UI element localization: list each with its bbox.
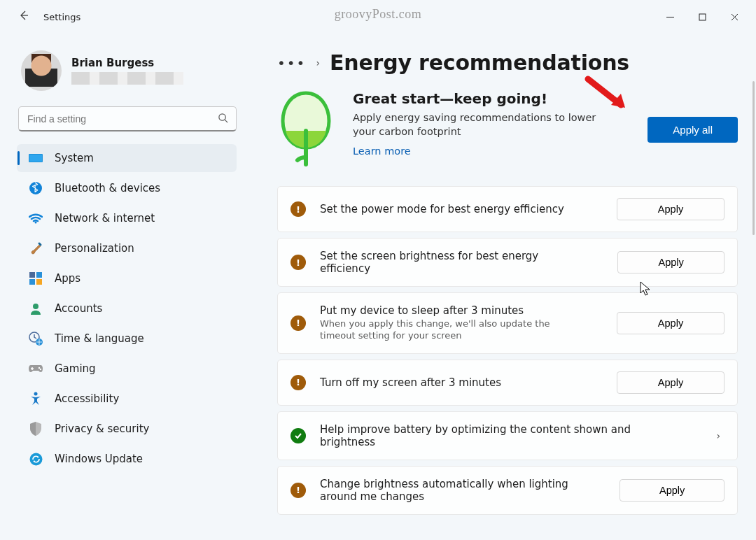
apply-button[interactable]: Apply	[617, 198, 724, 220]
apply-all-button[interactable]: Apply all	[648, 117, 738, 143]
svg-point-16	[29, 453, 42, 465]
sidebar-item-label: Apps	[55, 272, 80, 285]
sidebar-item-label: Accessibility	[55, 392, 119, 405]
sidebar-item-accounts[interactable]: Accounts	[17, 294, 237, 322]
search	[18, 106, 237, 132]
recommendation-title: Set the power mode for best energy effic…	[320, 203, 564, 215]
sidebar: Brian Burgess System Bluetooth & devices…	[0, 34, 252, 540]
chevron-right-icon: ›	[712, 430, 724, 441]
recommendation-card[interactable]: ! Put my device to sleep after 3 minutes…	[277, 292, 738, 354]
recommendation-card[interactable]: ! Set the screen brightness for best ene…	[277, 238, 738, 287]
svg-rect-0	[699, 14, 706, 20]
recommendation-card[interactable]: Help improve battery by optimizing the c…	[277, 411, 738, 460]
apply-button[interactable]: Apply	[620, 479, 724, 502]
profile-email-blur	[71, 72, 183, 85]
sidebar-item-label: System	[55, 152, 94, 164]
sidebar-item-bluetooth[interactable]: Bluetooth & devices	[17, 174, 237, 202]
svg-rect-3	[29, 155, 42, 162]
svg-point-1	[219, 114, 225, 120]
search-icon	[218, 113, 228, 125]
bluetooth-icon	[28, 180, 43, 196]
sidebar-item-update[interactable]: Windows Update	[17, 445, 237, 473]
brush-icon	[28, 241, 43, 256]
recommendation-card[interactable]: ! Turn off my screen after 3 minutes App…	[277, 360, 738, 406]
sidebar-item-label: Network & internet	[55, 212, 155, 225]
shield-icon	[28, 421, 43, 436]
sidebar-nav: System Bluetooth & devices Network & int…	[13, 144, 246, 473]
apps-icon	[28, 271, 43, 286]
gamepad-icon	[28, 361, 43, 376]
recommendation-title: Set the screen brightness for best energ…	[320, 250, 589, 275]
minimize-button[interactable]	[654, 3, 686, 31]
svg-point-5	[35, 222, 37, 224]
svg-rect-7	[36, 272, 42, 278]
banner-heading: Great start—keep going!	[353, 90, 605, 107]
sidebar-item-gaming[interactable]: Gaming	[17, 355, 237, 383]
svg-point-13	[38, 367, 40, 369]
leaf-icon	[277, 90, 335, 169]
wifi-icon	[28, 211, 43, 226]
sidebar-item-personalization[interactable]: Personalization	[17, 234, 237, 262]
status-warn-icon: !	[290, 201, 306, 217]
svg-rect-8	[29, 279, 35, 285]
sidebar-item-network[interactable]: Network & internet	[17, 204, 237, 232]
sidebar-item-accessibility[interactable]: Accessibility	[17, 385, 237, 413]
svg-rect-9	[36, 279, 42, 285]
status-warn-icon: !	[290, 483, 306, 498]
recommendation-card[interactable]: ! Change brightness automatically when l…	[277, 466, 738, 515]
status-warn-icon: !	[290, 375, 306, 390]
recommendations-list: ! Set the power mode for best energy eff…	[277, 186, 738, 515]
sidebar-item-label: Personalization	[55, 242, 134, 255]
svg-point-10	[33, 304, 38, 309]
chevron-right-icon: ›	[316, 57, 320, 69]
sidebar-item-label: Windows Update	[55, 453, 143, 465]
back-button[interactable]	[14, 10, 34, 24]
recommendation-title: Change brightness automatically when lig…	[320, 478, 592, 503]
sidebar-item-system[interactable]: System	[17, 144, 237, 172]
accessibility-icon	[28, 391, 43, 406]
sidebar-item-privacy[interactable]: Privacy & security	[17, 415, 237, 443]
svg-rect-6	[29, 272, 35, 278]
avatar	[21, 50, 62, 91]
sidebar-item-label: Accounts	[55, 302, 102, 315]
update-icon	[28, 451, 43, 467]
sidebar-item-time[interactable]: Time & language	[17, 325, 237, 353]
sidebar-item-label: Bluetooth & devices	[55, 182, 160, 194]
profile[interactable]: Brian Burgess	[13, 45, 246, 104]
apply-button[interactable]: Apply	[617, 251, 724, 273]
person-icon	[28, 301, 43, 316]
recommendation-title: Turn off my screen after 3 minutes	[320, 376, 501, 389]
maximize-button[interactable]	[686, 3, 718, 31]
breadcrumb-overflow-icon[interactable]: •••	[277, 55, 306, 71]
banner: Great start—keep going! Apply energy sav…	[277, 86, 738, 186]
sidebar-item-label: Time & language	[55, 332, 144, 345]
window-title: Settings	[43, 12, 80, 22]
recommendation-title: Help improve battery by optimizing the c…	[320, 423, 684, 448]
breadcrumb: ••• › Energy recommendations	[277, 50, 738, 75]
close-button[interactable]	[718, 3, 750, 31]
sidebar-item-label: Gaming	[55, 362, 96, 375]
learn-more-link[interactable]: Learn more	[353, 145, 411, 157]
sidebar-item-label: Privacy & security	[55, 422, 149, 435]
status-warn-icon: !	[290, 315, 306, 331]
search-input[interactable]	[18, 106, 237, 132]
banner-text: Great start—keep going! Apply energy sav…	[353, 90, 605, 157]
sidebar-item-apps[interactable]: Apps	[17, 264, 237, 292]
profile-name: Brian Burgess	[71, 57, 183, 69]
content: ••• › Energy recommendations Great start…	[252, 34, 756, 540]
scrollbar[interactable]	[752, 81, 755, 235]
svg-point-14	[40, 369, 41, 370]
svg-point-15	[34, 392, 38, 396]
recommendation-card[interactable]: ! Set the power mode for best energy eff…	[277, 186, 738, 232]
status-warn-icon: !	[290, 255, 306, 270]
titlebar: Settings groovyPost.com	[0, 0, 756, 34]
page-title: Energy recommendations	[330, 50, 629, 75]
system-icon	[28, 150, 43, 166]
recommendation-title: Put my device to sleep after 3 minutes	[320, 304, 586, 317]
window-controls	[654, 3, 750, 31]
apply-button[interactable]: Apply	[617, 371, 724, 394]
apply-button[interactable]: Apply	[617, 312, 724, 334]
clock-globe-icon	[28, 331, 43, 346]
banner-body: Apply energy saving recommendations to l…	[353, 111, 605, 138]
recommendation-subtitle: When you apply this change, we'll also u…	[320, 318, 586, 342]
